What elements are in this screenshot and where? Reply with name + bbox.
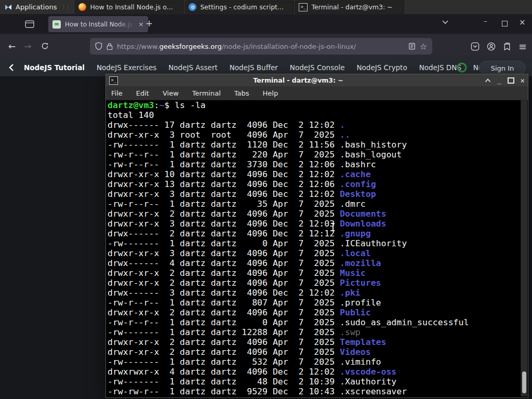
lock-icon[interactable]: [107, 43, 113, 50]
terminal-close-button[interactable]: ×: [521, 76, 525, 85]
terminal-output-line: drwxr-xr-x 2 dartz dartz 4096 Apr 7 2025…: [108, 347, 521, 357]
terminal-prompt-line: dartz@vm3:~$ ls -la: [108, 100, 521, 110]
tracking-shield-icon[interactable]: [95, 42, 102, 50]
menu-icon[interactable]: ≡: [518, 42, 527, 51]
codium-icon: ⚙: [189, 3, 196, 11]
browser-tab-active[interactable]: ∞ How to Install Node.js on ×: [48, 16, 148, 32]
taskbar-item-label: Terminal - dartz@vm3: ~: [311, 3, 392, 11]
tab-close-button[interactable]: ×: [138, 20, 144, 28]
terminal-output-line: drwx------ 2 dartz dartz 4096 Dec 2 12:1…: [108, 229, 521, 238]
new-tab-button[interactable]: +: [145, 18, 153, 29]
applications-menu-icon: [4, 3, 12, 11]
taskbar-item-terminal[interactable]: >_ Terminal - dartz@vm3: ~: [295, 1, 404, 14]
reader-view-icon[interactable]: [408, 43, 416, 50]
sitenav-item-console[interactable]: NodeJS Console: [290, 63, 345, 72]
terminal-icon: >_: [299, 3, 308, 11]
terminal-output-line: drwxr-xr-x 3 root root 4096 Apr 7 2025 .…: [108, 130, 521, 140]
terminal-titlebar[interactable]: >_ Terminal - dartz@vm3: ~ _ ×: [106, 74, 528, 86]
terminal-output-line: drwxrwxr-x 4 dartz dartz 4096 Dec 2 12:0…: [108, 367, 521, 377]
toolbar-right-icons: ≡: [471, 38, 527, 55]
sitenav-item-buffer[interactable]: NodeJS Buffer: [230, 63, 278, 72]
firefox-icon: [78, 3, 86, 11]
tab-title: How to Install Node.js on: [65, 21, 134, 28]
taskbar-item-firefox[interactable]: How to Install Node.js o...: [75, 1, 184, 14]
firefox-view-button[interactable]: [22, 18, 37, 30]
applications-label: Applications: [16, 3, 57, 11]
url-bar[interactable]: https://www.geeksforgeeks.org/node-js/in…: [90, 38, 432, 55]
bookmark-star-icon[interactable]: ☆: [420, 42, 427, 51]
desktop: Applications ⋮⋮ How to Install Node.js o…: [0, 0, 532, 399]
taskbar-item-label: How to Install Node.js o...: [90, 3, 172, 11]
sitenav-item-tutorial[interactable]: NodeJS Tutorial: [24, 63, 85, 72]
terminal-scrollbar-thumb[interactable]: [522, 371, 526, 393]
terminal-output-line: drwxr-xr-x 2 dartz dartz 4096 Apr 7 2025…: [108, 337, 521, 347]
terminal-output-line: drwxr-xr-x 2 dartz dartz 4096 Apr 7 2025…: [108, 308, 521, 317]
panel-grip: ⋮⋮: [61, 4, 70, 10]
menu-edit[interactable]: Edit: [136, 89, 149, 97]
nav-scroll-left-icon[interactable]: [6, 63, 17, 72]
sitenav-item-crypto[interactable]: NodeJS Crypto: [357, 63, 407, 72]
browser-minimize-button[interactable]: –: [484, 17, 487, 25]
menu-file[interactable]: File: [111, 89, 123, 97]
url-scheme: https://www.: [117, 43, 159, 50]
terminal-maximize-button[interactable]: [508, 77, 514, 84]
chevron-down-icon: [442, 20, 449, 24]
terminal-shade-icon[interactable]: [485, 78, 491, 83]
terminal-output-line: drwxr-xr-x 3 dartz dartz 4096 Apr 7 2025…: [108, 248, 521, 258]
terminal-output-line: -rw-r--r-- 1 dartz dartz 35 Apr 7 2025 .…: [108, 199, 521, 209]
terminal-output-line: -rw------- 1 dartz dartz 0 Apr 7 2025 .I…: [108, 238, 521, 248]
terminal-minimize-button[interactable]: _: [497, 77, 501, 84]
terminal-title: Terminal - dartz@vm3: ~: [118, 76, 478, 84]
forward-button[interactable]: →: [24, 41, 31, 51]
firefox-view-icon: [25, 20, 34, 28]
terminal-total-line: total 140: [108, 110, 521, 120]
terminal-output-line: drwx------ 3 dartz dartz 4096 Dec 2 12:0…: [108, 288, 521, 298]
list-all-tabs-button[interactable]: [442, 20, 449, 24]
sitenav-item-dns[interactable]: NodeJS DNS: [419, 63, 461, 72]
terminal-output-line: -rw-rw-r-- 1 dartz dartz 9529 Dec 2 10:4…: [108, 387, 521, 396]
terminal-output-line: drwx------ 17 dartz dartz 4096 Dec 2 12:…: [108, 120, 521, 130]
menu-view[interactable]: View: [163, 89, 179, 97]
terminal-output-line: -rw------- 1 dartz dartz 12288 Apr 7 202…: [108, 327, 521, 337]
terminal-scrollbar[interactable]: [521, 100, 527, 396]
terminal-output[interactable]: dartz@vm3:~$ ls -latotal 140drwx------ 1…: [107, 100, 521, 396]
sitenav-item-assert[interactable]: NodeJS Assert: [168, 63, 218, 72]
terminal-output-line: drwxr-xr-x 2 dartz dartz 4096 Apr 7 2025…: [108, 278, 521, 288]
url-path: /node-js/installation-of-node-js-on-linu…: [222, 43, 356, 50]
terminal-output-line: -rw-r--r-- 1 dartz dartz 0 Apr 7 2025 .s…: [108, 317, 521, 327]
terminal-output-line: drwxr-xr-x 2 dartz dartz 4096 Apr 7 2025…: [108, 268, 521, 278]
pocket-icon[interactable]: [471, 42, 480, 51]
terminal-output-line: drwxr-xr-x 10 dartz dartz 4096 Dec 2 12:…: [108, 169, 521, 179]
terminal-output-line: drwxr-xr-x 13 dartz dartz 4096 Dec 2 12:…: [108, 179, 521, 189]
search-icon[interactable]: [456, 62, 468, 73]
reload-icon: [41, 42, 49, 50]
browser-maximize-button[interactable]: [502, 21, 508, 26]
browser-close-button[interactable]: ×: [519, 18, 526, 27]
applications-menu-button[interactable]: Applications ⋮⋮: [0, 0, 74, 14]
terminal-output-line: -rw------- 1 dartz dartz 1120 Dec 2 11:5…: [108, 140, 521, 150]
top-panel: Applications ⋮⋮ How to Install Node.js o…: [0, 0, 532, 14]
sign-in-button[interactable]: Sign In: [479, 61, 526, 75]
terminal-window: >_ Terminal - dartz@vm3: ~ _ × File Edit…: [105, 74, 528, 398]
account-icon[interactable]: [487, 42, 496, 51]
taskbar-item-label: Settings - codium script...: [200, 3, 283, 11]
terminal-output-line: -rw------- 1 dartz dartz 48 Dec 2 10:39 …: [108, 377, 521, 387]
terminal-output-line: -rw-r--r-- 1 dartz dartz 220 Apr 7 2025 …: [108, 150, 521, 159]
back-button[interactable]: ←: [8, 41, 16, 51]
terminal-output-line: -rw-r--r-- 1 dartz dartz 3730 Dec 2 12:0…: [108, 159, 521, 169]
terminal-output-line: -rw-r--r-- 1 dartz dartz 807 Apr 7 2025 …: [108, 298, 521, 308]
sitenav-item-exercises[interactable]: NodeJS Exercises: [97, 63, 156, 72]
extensions-icon[interactable]: [503, 42, 511, 51]
terminal-output-line: -rw------- 1 dartz dartz 532 Apr 7 2025 …: [108, 357, 521, 367]
menu-tabs[interactable]: Tabs: [234, 89, 249, 97]
terminal-output-line: drwx------ 4 dartz dartz 4096 Apr 7 2025…: [108, 258, 521, 268]
menu-help[interactable]: Help: [263, 89, 278, 97]
terminal-window-icon: >_: [109, 76, 118, 85]
taskbar-item-codium-settings[interactable]: ⚙ Settings - codium script...: [185, 1, 294, 14]
geeksforgeeks-favicon: ∞: [52, 20, 61, 29]
terminal-output-line: drwxr-xr-x 3 dartz dartz 4096 Dec 2 12:0…: [108, 189, 521, 199]
terminal-menubar: File Edit View Terminal Tabs Help: [106, 86, 528, 100]
menu-terminal[interactable]: Terminal: [192, 89, 221, 97]
reload-button[interactable]: [41, 42, 49, 50]
url-text: https://www.geeksforgeeks.org/node-js/in…: [117, 43, 404, 50]
